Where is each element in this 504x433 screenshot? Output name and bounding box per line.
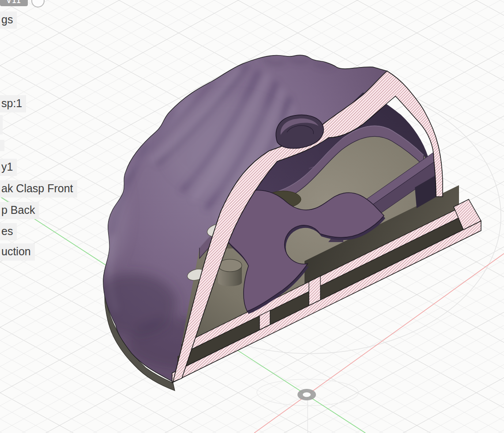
browser-label-text: p Back (1, 204, 35, 216)
browser-label-clasp-1[interactable]: sp:1 (0, 95, 26, 112)
browser-label-fragment-b[interactable] (0, 140, 4, 151)
browser-label-text: gs (1, 13, 13, 26)
browser-label-clasp-front[interactable]: ak Clasp Front (0, 180, 77, 198)
viewport-canvas[interactable] (0, 0, 504, 433)
browser-label-settings[interactable]: gs (0, 11, 17, 29)
browser-label-text: uction (1, 245, 31, 258)
browser-label-clasp-back[interactable]: p Back (0, 202, 39, 219)
browser-label-text: sp:1 (1, 97, 22, 109)
browser-label-bodies[interactable]: es (0, 223, 17, 240)
version-badge[interactable]: V11 (0, 0, 28, 6)
cylinder-boss[interactable] (218, 259, 242, 286)
viewport[interactable] (0, 0, 504, 433)
browser-label-fragment-a[interactable] (0, 115, 3, 134)
browser-label-body-1[interactable]: y1 (0, 159, 17, 176)
version-badge-text: V11 (0, 0, 28, 5)
browser-label-construction[interactable]: uction (0, 243, 35, 261)
browser-label-text: ak Clasp Front (1, 182, 73, 194)
browser-label-text: y1 (1, 161, 13, 173)
browser-label-text: es (1, 225, 13, 237)
origin-indicator[interactable] (297, 389, 316, 400)
